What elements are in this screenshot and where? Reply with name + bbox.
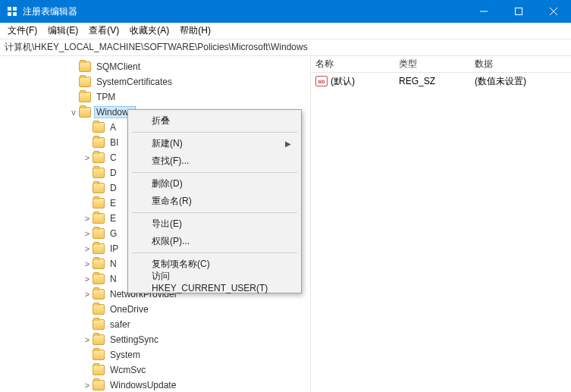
context-menu: 折叠新建(N)▶查找(F)...删除(D)重命名(R)导出(E)权限(P)...… [127,109,302,293]
folder-icon [93,380,105,390]
submenu-arrow-icon: ▶ [285,140,291,148]
folder-icon [93,365,105,375]
col-name[interactable]: 名称 [311,58,394,71]
folder-icon [79,61,91,72]
tree-node[interactable]: SystemCertificates [0,74,310,89]
value-name: (默认) [331,75,355,88]
minimize-button[interactable] [466,0,501,23]
folder-icon [93,259,105,269]
context-menu-item-label: 访问 HKEY_CURRENT_USER(T) [152,270,281,293]
folder-icon [93,334,105,345]
tree-node-label: OneDrive [108,303,151,315]
tree-node-label: D [108,167,119,179]
tree-node-label: WindowsUpdate [108,379,178,391]
folder-icon [93,289,105,299]
folder-icon [93,213,105,224]
context-menu-item-label: 折叠 [152,114,170,127]
window-controls [466,0,571,23]
tree-node[interactable]: >SettingSync [0,332,310,347]
tree-twisty-icon[interactable]: > [82,229,93,238]
tree-node-label: WcmSvc [108,364,148,376]
menu-bar: 文件(F) 编辑(E) 查看(V) 收藏夹(A) 帮助(H) [0,23,571,39]
folder-icon [93,198,105,209]
tree-node-label: A [108,121,118,133]
tree-node[interactable]: SQMClient [0,59,310,74]
tree-twisty-icon[interactable]: > [82,274,93,284]
context-menu-item[interactable]: 权限(P)... [130,233,299,250]
col-type[interactable]: 类型 [394,58,470,71]
value-type: REG_SZ [394,76,470,86]
tree-node-label: G [108,227,119,240]
context-menu-separator [132,172,297,173]
folder-icon [93,168,105,178]
tree-twisty-icon[interactable]: > [82,335,93,344]
tree-node[interactable]: WcmSvc [0,362,310,378]
context-menu-item-label: 导出(E) [152,218,182,230]
svg-rect-3 [13,12,17,16]
tree-node-label: D [108,182,119,194]
context-menu-item-label: 重命名(R) [152,195,192,208]
context-menu-item[interactable]: 折叠 [130,112,299,130]
svg-rect-5 [516,8,522,15]
tree-node-label: E [108,197,118,209]
context-menu-item-label: 查找(F)... [152,155,189,168]
tree-twisty-icon[interactable]: > [82,244,93,253]
close-button[interactable] [536,0,571,23]
tree-node[interactable]: OneDrive [0,302,310,317]
tree-node-label: TPM [94,91,118,103]
tree-twisty-icon[interactable]: v [68,108,79,117]
folder-icon [93,137,105,148]
folder-icon [79,92,91,102]
window-title: 注册表编辑器 [23,5,466,18]
menu-edit[interactable]: 编辑(E) [43,23,83,39]
maximize-button[interactable] [501,0,536,23]
folder-icon [93,122,105,133]
menu-view[interactable]: 查看(V) [84,23,124,39]
column-headers: 名称 类型 数据 [311,56,571,73]
context-menu-item[interactable]: 删除(D) [130,175,299,193]
tree-twisty-icon[interactable]: > [82,290,93,299]
tree-pane[interactable]: SQMClientSystemCertificatesTPMvWindowsAB… [0,56,311,392]
address-bar[interactable]: 计算机\HKEY_LOCAL_MACHINE\SOFTWARE\Policies… [0,39,571,56]
context-menu-separator [132,252,297,253]
context-menu-item[interactable]: 新建(N)▶ [130,135,299,152]
context-menu-separator [132,212,297,213]
tree-twisty-icon[interactable]: > [82,153,93,162]
tree-node-label: BI [108,136,121,149]
folder-icon [93,304,105,315]
tree-node[interactable]: >WindowsUpdate [0,378,310,392]
folder-icon [79,77,91,87]
values-pane[interactable]: 名称 类型 数据 ab (默认) REG_SZ (数值未设置) [311,56,571,392]
menu-help[interactable]: 帮助(H) [175,23,215,39]
tree-node[interactable]: safer [0,317,310,332]
tree-node-label: IP [108,243,121,255]
folder-icon [93,350,105,360]
tree-node-label: E [108,212,118,224]
tree-node-label: N [108,273,119,285]
tree-twisty-icon[interactable]: > [82,381,93,390]
title-bar: 注册表编辑器 [0,0,571,23]
col-data[interactable]: 数据 [470,58,571,71]
context-menu-item-label: 新建(N) [152,137,183,150]
tree-twisty-icon[interactable]: > [82,259,93,268]
menu-file[interactable]: 文件(F) [3,23,42,39]
svg-rect-1 [13,7,17,11]
tree-node-label: SettingSync [108,334,161,346]
tree-node-label: safer [108,318,133,331]
context-menu-item-label: 权限(P)... [152,235,190,248]
context-menu-item[interactable]: 查找(F)... [130,152,299,170]
tree-node[interactable]: TPM [0,89,310,105]
context-menu-item[interactable]: 访问 HKEY_CURRENT_USER(T) [130,273,299,290]
svg-rect-2 [8,12,11,16]
value-row[interactable]: ab (默认) REG_SZ (数值未设置) [311,73,571,88]
tree-node[interactable]: System [0,347,310,362]
context-menu-item[interactable]: 导出(E) [130,215,299,233]
folder-icon [79,107,91,118]
folder-icon [93,274,105,284]
folder-icon [93,243,105,254]
folder-icon [93,319,105,330]
context-menu-item[interactable]: 重命名(R) [130,193,299,210]
tree-twisty-icon[interactable]: > [82,214,93,223]
tree-node-label: System [108,349,143,361]
menu-favorites[interactable]: 收藏夹(A) [125,23,174,39]
